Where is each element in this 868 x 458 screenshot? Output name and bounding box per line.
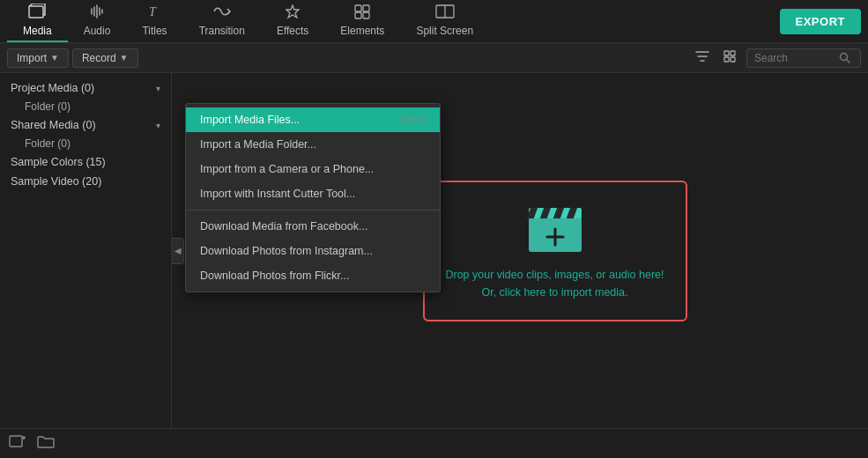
svg-point-12	[841, 54, 848, 61]
grid-view-button[interactable]	[718, 48, 743, 69]
svg-rect-0	[29, 6, 43, 18]
nav-media-label: Media	[23, 25, 52, 37]
svg-rect-4	[355, 12, 361, 18]
menu-item-download-facebook[interactable]: Download Media from Facebook...	[186, 214, 440, 239]
menu-import-camera-label: Import from a Camera or a Phone...	[200, 163, 374, 175]
sidebar: Project Media (0) ▾ Folder (0) Shared Me…	[0, 73, 172, 428]
add-media-icon[interactable]	[9, 433, 26, 454]
nav-effects-label: Effects	[277, 25, 308, 37]
chevron-down-icon: ▾	[156, 84, 160, 93]
menu-item-import-cutter[interactable]: Import with Instant Cutter Tool...	[186, 181, 440, 206]
toolbar: Import ▼ Record ▼	[0, 43, 868, 73]
menu-item-import-files[interactable]: Import Media Files... Ctrl+I	[186, 107, 440, 132]
nav-audio-label: Audio	[84, 25, 111, 37]
nav-splitscreen-label: Split Screen	[416, 25, 473, 37]
nav-audio[interactable]: Audio	[68, 0, 127, 42]
splitscreen-icon	[435, 4, 455, 22]
elements-icon	[353, 4, 371, 22]
drop-zone-line1: Drop your video clips, images, or audio …	[445, 266, 664, 284]
transition-icon	[212, 4, 232, 22]
sidebar-item-project-media[interactable]: Project Media (0) ▾	[0, 78, 171, 98]
sidebar-sample-video-label: Sample Video (20)	[11, 175, 101, 188]
menu-download-facebook-label: Download Media from Facebook...	[200, 220, 367, 233]
menu-download-flickr-label: Download Photos from Flickr...	[200, 270, 350, 282]
menu-item-import-folder[interactable]: Import a Media Folder...	[186, 132, 440, 157]
audio-icon	[89, 4, 105, 22]
folder-icon[interactable]	[37, 433, 55, 454]
menu-divider	[186, 210, 440, 211]
search-input[interactable]	[754, 52, 834, 64]
menu-import-folder-label: Import a Media Folder...	[200, 138, 316, 151]
nav-titles-label: Titles	[142, 25, 167, 37]
svg-rect-11	[731, 57, 735, 62]
menu-import-files-label: Import Media Files...	[200, 114, 300, 126]
nav-titles[interactable]: T Titles	[126, 0, 182, 42]
svg-rect-9	[731, 51, 735, 55]
record-dropdown-arrow: ▼	[120, 53, 129, 63]
drop-zone[interactable]: Drop your video clips, images, or audio …	[423, 181, 687, 321]
clapperboard-icon	[524, 201, 586, 255]
sidebar-item-sample-video[interactable]: Sample Video (20)	[0, 172, 171, 191]
nav-elements[interactable]: Elements	[324, 0, 400, 42]
chevron-down-icon-2: ▾	[156, 121, 160, 130]
export-button[interactable]: EXPORT	[780, 9, 861, 34]
svg-rect-10	[724, 57, 729, 62]
menu-import-files-shortcut: Ctrl+I	[401, 114, 426, 125]
svg-rect-5	[363, 12, 369, 18]
sidebar-subitem-folder-shared[interactable]: Folder (0)	[0, 135, 171, 152]
nav-transition[interactable]: Transition	[183, 0, 261, 42]
menu-item-download-instagram[interactable]: Download Photos from Instagram...	[186, 239, 440, 263]
sidebar-subitem-folder-project[interactable]: Folder (0)	[0, 98, 171, 115]
svg-rect-8	[724, 51, 729, 55]
import-dropdown-menu: Import Media Files... Ctrl+I Import a Me…	[185, 103, 441, 292]
import-dropdown-arrow: ▼	[50, 53, 59, 63]
record-label: Record	[82, 52, 116, 64]
sidebar-item-sample-colors[interactable]: Sample Colors (15)	[0, 152, 171, 172]
sidebar-sample-colors-label: Sample Colors (15)	[11, 156, 106, 168]
search-box	[746, 48, 861, 68]
svg-rect-3	[363, 5, 369, 11]
menu-item-import-camera[interactable]: Import from a Camera or a Phone...	[186, 157, 440, 181]
nav-splitscreen[interactable]: Split Screen	[400, 0, 489, 42]
record-button[interactable]: Record ▼	[72, 48, 138, 68]
media-icon	[28, 4, 46, 22]
effects-icon	[284, 4, 301, 22]
titles-icon: T	[147, 4, 163, 22]
import-label: Import	[17, 52, 47, 64]
bottom-bar	[0, 428, 868, 458]
svg-rect-21	[10, 436, 22, 447]
sidebar-project-media-label: Project Media (0)	[11, 82, 94, 94]
import-button[interactable]: Import ▼	[7, 48, 69, 68]
menu-item-download-flickr[interactable]: Download Photos from Flickr...	[186, 263, 440, 288]
svg-rect-2	[355, 5, 361, 11]
nav-effects[interactable]: Effects	[261, 0, 324, 42]
nav-media[interactable]: Media	[7, 0, 68, 42]
search-icon	[839, 52, 850, 63]
sidebar-shared-media-label: Shared Media (0)	[11, 119, 96, 131]
top-nav: Media Audio T Titles Transition	[0, 0, 868, 43]
menu-download-instagram-label: Download Photos from Instagram...	[200, 245, 373, 257]
nav-transition-label: Transition	[199, 25, 245, 37]
sidebar-collapse-handle[interactable]: ◀	[172, 238, 184, 264]
filter-icon-button[interactable]	[690, 48, 715, 69]
main-layout: Project Media (0) ▾ Folder (0) Shared Me…	[0, 73, 868, 428]
drop-zone-line2: Or, click here to import media.	[445, 284, 664, 301]
sidebar-item-shared-media[interactable]: Shared Media (0) ▾	[0, 115, 171, 135]
nav-elements-label: Elements	[340, 25, 384, 37]
drop-zone-text: Drop your video clips, images, or audio …	[445, 266, 664, 301]
svg-text:T: T	[149, 5, 157, 18]
menu-import-cutter-label: Import with Instant Cutter Tool...	[200, 188, 355, 200]
